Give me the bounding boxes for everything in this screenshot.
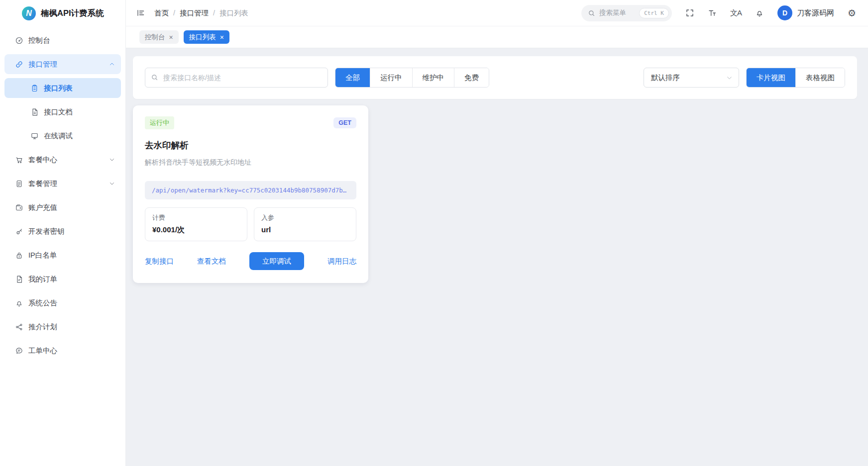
sidebar-menu: 控制台 接口管理 接口列表 接口文档 在线调试 套餐中心 bbox=[0, 26, 125, 365]
monitor-icon bbox=[30, 132, 39, 140]
document-icon bbox=[30, 108, 39, 116]
sidebar-item-label: 账户充值 bbox=[28, 203, 115, 212]
breadcrumb-api-management[interactable]: 接口管理 bbox=[180, 8, 209, 18]
method-badge: GET bbox=[333, 117, 356, 128]
tab-api-list[interactable]: 接口列表 × bbox=[184, 30, 229, 44]
api-title: 去水印解析 bbox=[145, 139, 356, 151]
stat-billing: 计费 ¥0.001/次 bbox=[145, 207, 247, 241]
settings-gear-icon[interactable]: ⚙ bbox=[848, 8, 856, 18]
filter-maintenance-button[interactable]: 维护中 bbox=[412, 68, 454, 87]
sidebar-item-ip-whitelist[interactable]: IP白名单 bbox=[4, 245, 121, 265]
breadcrumb-separator: / bbox=[173, 9, 175, 17]
sidebar-item-api-docs[interactable]: 接口文档 bbox=[4, 102, 121, 122]
filter-running-button[interactable]: 运行中 bbox=[370, 68, 412, 87]
sidebar-item-package-center[interactable]: 套餐中心 bbox=[4, 150, 121, 170]
api-link-icon bbox=[15, 60, 23, 69]
chevron-down-icon bbox=[109, 181, 115, 186]
sidebar-item-referral-program[interactable]: 推介计划 bbox=[4, 317, 121, 337]
app-root: N 楠枫API计费系统 控制台 接口管理 接口列表 接口文档 bbox=[0, 0, 868, 466]
sidebar-item-label: 套餐管理 bbox=[28, 179, 104, 188]
stat-value: url bbox=[261, 225, 349, 234]
translate-icon[interactable]: 文A bbox=[730, 8, 742, 18]
sidebar-item-system-announcements[interactable]: 系统公告 bbox=[4, 293, 121, 313]
sidebar-item-my-orders[interactable]: 我的订单 bbox=[4, 269, 121, 289]
menu-search[interactable]: 搜索菜单 Ctrl K bbox=[581, 5, 672, 21]
tab-console[interactable]: 控制台 × bbox=[139, 30, 179, 44]
stat-params: 入参 url bbox=[254, 207, 356, 241]
sidebar-item-account-recharge[interactable]: 账户充值 bbox=[4, 197, 121, 217]
api-description: 解析抖音/快手等短视频无水印地址 bbox=[145, 158, 356, 167]
chevron-up-icon bbox=[109, 61, 115, 67]
api-search-field bbox=[145, 68, 328, 88]
view-toggle-group: 卡片视图 表格视图 bbox=[746, 68, 845, 88]
share-icon bbox=[15, 323, 23, 331]
sidebar-item-api-management[interactable]: 接口管理 bbox=[4, 54, 121, 74]
menu-search-placeholder: 搜索菜单 bbox=[599, 8, 635, 17]
sidebar-item-label: 套餐中心 bbox=[28, 155, 104, 165]
table-view-button[interactable]: 表格视图 bbox=[795, 68, 845, 87]
call-logs-button[interactable]: 调用日志 bbox=[327, 257, 356, 266]
user-name: 刀客源码网 bbox=[797, 8, 834, 18]
fullscreen-icon[interactable] bbox=[685, 8, 694, 17]
order-check-icon bbox=[15, 275, 23, 283]
sidebar-item-label: 开发者密钥 bbox=[28, 227, 115, 236]
breadcrumb-current: 接口列表 bbox=[219, 8, 248, 18]
sidebar-item-online-debug[interactable]: 在线调试 bbox=[4, 126, 121, 146]
tab-label: 控制台 bbox=[145, 33, 165, 42]
view-docs-button[interactable]: 查看文档 bbox=[197, 257, 226, 266]
user-menu[interactable]: D 刀客源码网 bbox=[777, 5, 834, 20]
key-icon bbox=[15, 227, 23, 236]
sort-selected-value: 默认排序 bbox=[651, 73, 726, 83]
copy-api-button[interactable]: 复制接口 bbox=[145, 257, 174, 266]
stat-value: ¥0.001/次 bbox=[152, 225, 240, 235]
api-endpoint[interactable]: /api/open/watermark?key=cc775c0203144b9b… bbox=[145, 181, 356, 199]
filter-toolbar: 全部 运行中 维护中 免费 默认排序 卡片视图 表格视图 bbox=[133, 56, 857, 99]
sort-select[interactable]: 默认排序 bbox=[644, 68, 739, 88]
notification-bell-icon[interactable] bbox=[755, 8, 764, 17]
api-endpoint-text: /api/open/watermark?key=cc775c0203144b9b… bbox=[152, 186, 346, 194]
breadcrumb: 首页 / 接口管理 / 接口列表 bbox=[154, 8, 248, 18]
sidebar-item-label: 系统公告 bbox=[28, 298, 115, 308]
header-actions: 搜索菜单 Ctrl K 文A D 刀客源码网 ⚙ bbox=[581, 5, 856, 21]
content-column: 首页 / 接口管理 / 接口列表 搜索菜单 Ctrl K 文A D bbox=[126, 0, 868, 466]
sidebar-item-label: 接口管理 bbox=[28, 60, 104, 69]
app-logo[interactable]: N 楠枫API计费系统 bbox=[0, 0, 125, 26]
chat-icon bbox=[15, 347, 23, 355]
sidebar-item-label: 控制台 bbox=[28, 36, 115, 45]
sidebar-item-label: 推介计划 bbox=[28, 322, 115, 332]
status-badge: 运行中 bbox=[145, 116, 174, 129]
sidebar-item-console[interactable]: 控制台 bbox=[4, 30, 121, 50]
app-title: 楠枫API计费系统 bbox=[41, 8, 104, 19]
dashboard-icon bbox=[15, 36, 23, 45]
logo-icon: N bbox=[22, 6, 36, 20]
sidebar-item-ticket-center[interactable]: 工单中心 bbox=[4, 341, 121, 361]
font-size-icon[interactable] bbox=[708, 8, 717, 17]
filter-all-button[interactable]: 全部 bbox=[335, 68, 370, 87]
bell-icon bbox=[15, 299, 23, 307]
card-view-button[interactable]: 卡片视图 bbox=[747, 68, 795, 87]
status-filter-group: 全部 运行中 维护中 免费 bbox=[335, 68, 489, 88]
filter-free-button[interactable]: 免费 bbox=[454, 68, 489, 87]
clipboard-list-icon bbox=[30, 84, 39, 93]
sidebar-item-label: 在线调试 bbox=[44, 131, 115, 141]
toolbar-right: 默认排序 卡片视图 表格视图 bbox=[644, 68, 845, 88]
close-icon[interactable]: × bbox=[220, 34, 224, 41]
sidebar-item-label: 工单中心 bbox=[28, 346, 115, 356]
search-icon bbox=[588, 9, 595, 17]
chevron-down-icon bbox=[726, 75, 733, 81]
menu-fold-icon[interactable] bbox=[136, 8, 145, 17]
breadcrumb-home[interactable]: 首页 bbox=[154, 8, 169, 18]
api-search-input[interactable] bbox=[145, 68, 328, 88]
search-icon bbox=[151, 74, 158, 81]
avatar: D bbox=[777, 5, 792, 20]
sidebar-item-label: IP白名单 bbox=[28, 251, 115, 260]
tab-label: 接口列表 bbox=[189, 33, 216, 42]
sidebar-item-package-management[interactable]: 套餐管理 bbox=[4, 174, 121, 193]
sidebar-item-api-list[interactable]: 接口列表 bbox=[4, 78, 121, 98]
debug-now-button[interactable]: 立即调试 bbox=[249, 252, 304, 270]
stat-label: 入参 bbox=[261, 213, 349, 222]
stat-label: 计费 bbox=[152, 213, 240, 222]
api-card: 运行中 GET 去水印解析 解析抖音/快手等短视频无水印地址 /api/open… bbox=[133, 105, 368, 283]
close-icon[interactable]: × bbox=[169, 34, 173, 41]
sidebar-item-developer-keys[interactable]: 开发者密钥 bbox=[4, 221, 121, 241]
